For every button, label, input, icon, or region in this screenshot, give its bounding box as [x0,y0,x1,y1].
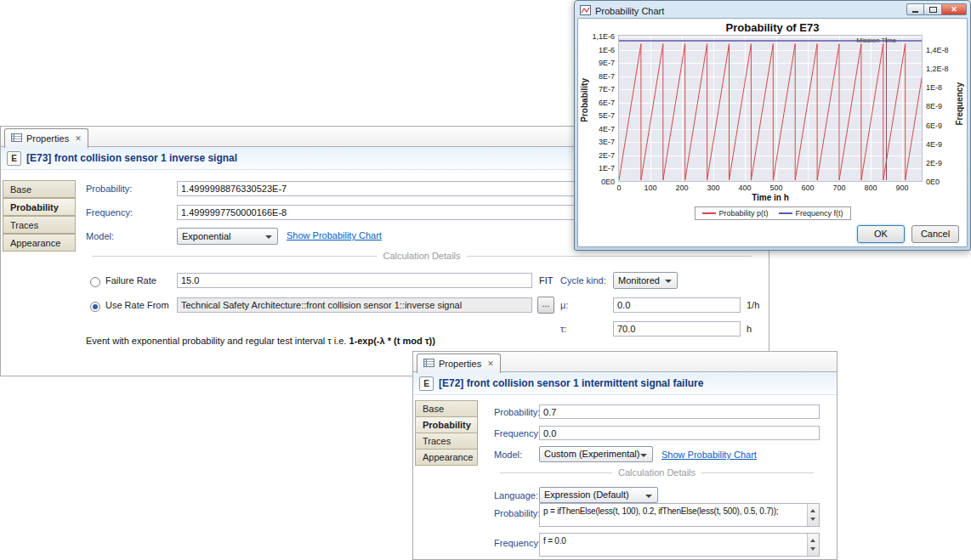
section-title: Calculation Details [618,467,696,478]
probability-input[interactable]: 0.7 [539,404,820,419]
language-combo[interactable]: Expression (Default) [539,487,658,503]
y-axis-tick-label: 6E-9 [926,122,965,130]
y-axis-tick-label: 2E-7 [578,151,615,160]
frequency-expression-label: Frequency: [494,538,541,548]
mu-label: μ: [560,300,568,310]
y-axis-tick-label: 6E-7 [578,99,615,107]
y-axis-tick-label: 1E-7 [578,164,615,173]
show-probability-chart-link[interactable]: Show Probability Chart [662,450,757,460]
x-axis-tick-label: 200 [669,184,695,192]
chart-series-canvas [619,36,922,181]
failure-rate-input[interactable]: 15.0 [177,273,532,288]
language-label: Language: [494,490,538,501]
tab-base[interactable]: Base [3,180,76,198]
x-axis-tick-label: 700 [826,184,852,192]
use-rate-from-input[interactable]: Technical Safety Architecture::front col… [177,297,532,313]
tau-input[interactable]: 70.0 [613,321,741,337]
spinner-up-button[interactable] [808,534,819,545]
section-title: Calculation Details [383,251,460,261]
properties-view-tab[interactable]: Properties [4,128,88,148]
cancel-button[interactable]: Cancel [911,225,959,243]
window-buttons [906,3,967,15]
x-axis-tick-label: 500 [764,184,789,192]
frequency-label: Frequency: [86,207,133,218]
event-icon: E [419,376,434,391]
frequency-expression-input[interactable]: f = 0.0 [539,533,820,557]
maximize-button[interactable] [924,3,942,15]
x-axis-tick-label: 0 [606,184,632,192]
dialog-client-area: Probability of E73 Probability Frequency… [577,18,968,247]
element-title: [E73] front collision sensor 1 inverse s… [26,152,237,164]
model-label: Model: [86,231,114,241]
y-axis-tick-label: 7E-7 [578,85,615,93]
model-combo[interactable]: Exponential [177,228,278,245]
spinner-up-button[interactable] [808,504,819,515]
failure-rate-radio[interactable] [90,277,100,287]
close-view-icon[interactable] [487,360,494,368]
use-rate-from-radio[interactable] [90,302,100,312]
probability-label: Probability: [86,184,132,194]
tau-label: τ: [560,324,566,334]
y-axis-tick-label: 1,1E-6 [578,32,615,41]
y-axis-tick-label: 8E-9 [926,102,965,110]
probability-label: Probability: [494,407,540,417]
properties-body: Base Probability Traces Appearance Proba… [413,395,837,559]
mission-time-label: Mission Time [856,37,896,44]
tab-traces[interactable]: Traces [415,433,478,450]
view-tab-label: Properties [26,133,69,144]
frequency-input[interactable]: 0.0 [539,426,820,440]
chart-plot-area: Mission Time [618,35,923,182]
tab-appearance[interactable]: Appearance [415,449,478,466]
probability-expression-input[interactable]: p = ifThenElse(less(t, 100), 0.2, ifThen… [539,503,820,527]
model-note: Event with exponential probability and r… [86,336,435,346]
y-axis-tick-label: 4E-7 [578,125,615,133]
fit-unit-label: FIT [539,275,554,286]
close-view-icon[interactable] [75,135,82,143]
tab-probability[interactable]: Probability [415,416,478,433]
properties-view-icon [11,133,22,144]
tab-traces[interactable]: Traces [3,216,76,234]
x-axis-tick-label: 400 [732,184,758,192]
x-axis-tick-label: 800 [858,184,883,192]
x-axis-tick-label: 100 [638,184,663,192]
tab-appearance[interactable]: Appearance [3,234,76,252]
tab-base[interactable]: Base [415,400,478,417]
failure-rate-label: Failure Rate [105,275,156,286]
probability-chart-dialog: Probability Chart Probability of E73 Pro… [574,0,971,251]
properties-view-e72: Properties E [E72] front collision senso… [412,351,838,560]
model-combo[interactable]: Custom (Experimental) [539,446,653,462]
y-axis-tick-label: 0E0 [926,178,965,186]
properties-view-tab[interactable]: Properties [417,354,501,373]
spinner-down-button[interactable] [808,515,819,526]
close-button[interactable] [942,3,967,15]
mu-unit-label: 1/h [747,300,759,310]
element-header: E [E72] front collision sensor 1 intermi… [413,372,837,395]
tab-probability[interactable]: Probability [3,198,76,216]
calculation-details-separator: Calculation Details [86,251,758,261]
minimize-button[interactable] [906,3,924,15]
chart-title: Probability of E73 [578,21,967,34]
view-tabstrip: Properties [413,352,837,372]
cycle-kind-label: Cycle kind: [560,275,606,286]
y-axis-tick-label: 4E-9 [926,140,965,149]
spinner [807,534,819,556]
spinner-down-button[interactable] [808,545,819,556]
y-axis-tick-label: 9E-7 [578,59,615,67]
y-axis-tick-label: 3E-7 [578,138,615,146]
mu-input[interactable]: 0.0 [613,297,741,313]
dialog-titlebar[interactable]: Probability Chart [577,3,968,18]
browse-button[interactable]: ... [537,297,554,314]
event-icon: E [7,151,21,166]
ok-button[interactable]: OK [857,225,905,243]
show-probability-chart-link[interactable]: Show Probability Chart [287,230,382,240]
dialog-title: Probability Chart [595,6,664,16]
use-rate-from-label: Use Rate From [105,300,169,310]
y-axis-tick-label: 1,2E-8 [926,65,965,73]
cycle-kind-combo[interactable]: Monitored [613,272,678,289]
y-axis-tick-label: 1,4E-8 [926,46,965,54]
tau-unit-label: h [747,324,752,334]
chart-legend: Probability p(t) Frequency f(t) [694,206,850,220]
x-axis-tick-label: 900 [889,184,915,192]
y-axis-tick-label: 5E-7 [578,111,615,120]
model-label: Model: [494,450,522,460]
